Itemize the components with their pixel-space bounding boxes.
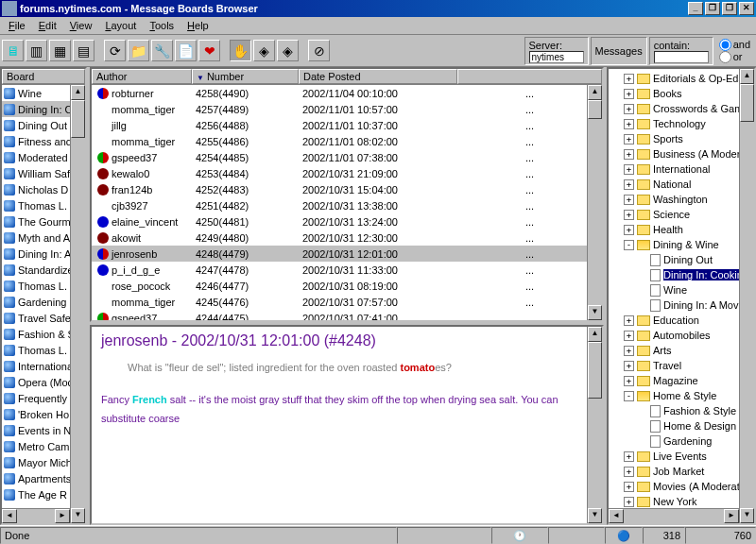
view3-icon[interactable]: ▤ <box>73 40 94 61</box>
date-header[interactable]: Date Posted <box>299 69 457 84</box>
expander-icon[interactable]: + <box>624 346 634 356</box>
author-header[interactable]: Author <box>92 69 192 84</box>
expander-icon[interactable]: + <box>624 467 634 477</box>
message-row[interactable]: cjb39274251(4482)2002/10/31 13:38:00... <box>92 197 602 213</box>
tree-item[interactable]: +Sports <box>610 131 754 146</box>
and-radio[interactable]: and <box>719 39 750 51</box>
tree-item[interactable]: -Home & Style <box>610 388 754 403</box>
menu-tools[interactable]: Tools <box>143 18 180 33</box>
message-row[interactable]: gspeed374254(4485)2002/11/01 07:38:00... <box>92 149 602 165</box>
tree-item[interactable]: Dining In: Cooking <box>610 267 754 282</box>
message-row[interactable]: robturner4258(4490)2002/11/04 00:10:00..… <box>92 85 602 101</box>
expander-icon[interactable]: + <box>624 210 634 220</box>
message-row[interactable]: rose_pocock4246(4477)2002/10/31 08:19:00… <box>92 278 602 294</box>
board-hscroll[interactable]: ◄► <box>2 508 70 523</box>
hand-icon[interactable]: ✋ <box>230 40 251 61</box>
message-row[interactable]: elaine_vincent4250(4481)2002/10/31 13:24… <box>92 213 602 230</box>
spare-header[interactable] <box>457 69 602 84</box>
board-header[interactable]: Board <box>2 69 85 84</box>
expander-icon[interactable]: + <box>624 497 634 507</box>
expander-icon[interactable]: + <box>624 376 634 386</box>
tree-item[interactable]: +Health <box>610 222 754 237</box>
message-row[interactable]: jillg4256(4488)2002/11/01 10:37:00... <box>92 117 602 133</box>
tree-item[interactable]: Dining In: A Move <box>610 298 754 313</box>
tree-item[interactable]: +Live Events <box>610 449 754 464</box>
contain-input[interactable] <box>654 51 709 63</box>
tree-item[interactable]: +Automobiles <box>610 328 754 343</box>
tree-item[interactable]: Home & Design <box>610 418 754 434</box>
tree-item[interactable]: Wine <box>610 282 754 298</box>
tree-vscroll[interactable]: ▲▼ <box>739 69 754 523</box>
tree-item[interactable]: +Crosswords & Games <box>610 101 754 116</box>
message-row[interactable]: p_i_d_g_e4247(4478)2002/10/31 11:33:00..… <box>92 262 602 278</box>
expander-icon[interactable]: + <box>624 361 634 371</box>
expander-icon[interactable]: + <box>624 104 634 114</box>
message-row[interactable]: kewalo04253(4484)2002/10/31 21:09:00... <box>92 165 602 181</box>
expander-icon[interactable]: + <box>624 331 634 341</box>
menu-file[interactable]: File <box>2 18 32 33</box>
menu-view[interactable]: View <box>63 18 99 33</box>
menu-layout[interactable]: Layout <box>98 18 143 33</box>
refresh-icon[interactable]: ⟳ <box>104 40 126 61</box>
tree-item[interactable]: +Washington <box>610 192 754 207</box>
tree-item[interactable]: +New York <box>610 494 754 509</box>
tree-item[interactable]: +National <box>610 177 754 192</box>
menu-help[interactable]: Help <box>180 18 215 33</box>
tree-item[interactable]: +Editorials & Op-Eds <box>610 71 754 86</box>
expander-icon[interactable]: + <box>624 482 634 492</box>
tree-item[interactable]: +Job Market <box>610 464 754 479</box>
tree-item[interactable]: +Magazine <box>610 373 754 388</box>
copy-icon[interactable]: 📄 <box>175 40 197 61</box>
tool1-icon[interactable]: 🔧 <box>151 40 173 61</box>
tree-item[interactable]: +Technology <box>610 116 754 131</box>
expander-icon[interactable]: + <box>624 179 634 190</box>
expander-icon[interactable]: + <box>624 225 634 235</box>
tree-item[interactable]: Dining Out <box>610 252 754 267</box>
message-row[interactable]: momma_tiger4255(4486)2002/11/01 08:02:00… <box>92 133 602 149</box>
tree-item[interactable]: +Movies (A Moderated A <box>610 479 754 494</box>
expander-icon[interactable]: - <box>624 240 634 250</box>
open-icon[interactable]: 📁 <box>128 40 149 61</box>
tree-item[interactable]: +International <box>610 162 754 177</box>
prev-icon[interactable]: ◈ <box>253 40 275 61</box>
number-header[interactable]: ▼Number <box>192 69 299 84</box>
fav-icon[interactable]: ❤ <box>198 40 220 61</box>
restore-button[interactable]: ❐ <box>722 2 737 15</box>
tree-item[interactable]: Fashion & Style <box>610 403 754 418</box>
next-icon[interactable]: ◈ <box>277 40 299 61</box>
expander-icon[interactable]: + <box>624 164 634 175</box>
tree-item[interactable]: +Business (A Moderate <box>610 146 754 162</box>
message-row[interactable]: akowit4249(4480)2002/10/31 12:30:00... <box>92 230 602 246</box>
or-radio[interactable]: or <box>719 51 750 63</box>
expander-icon[interactable]: + <box>624 119 634 129</box>
message-row[interactable]: fran124b4252(4483)2002/10/31 15:04:00... <box>92 181 602 197</box>
view1-icon[interactable]: ▥ <box>26 40 47 61</box>
tree-item[interactable]: +Travel <box>610 358 754 373</box>
message-row[interactable]: jenrosenb4248(4479)2002/10/31 12:01:00..… <box>92 246 602 262</box>
message-row[interactable]: momma_tiger4245(4476)2002/10/31 07:57:00… <box>92 294 602 310</box>
server-input[interactable] <box>529 51 584 63</box>
stop-icon[interactable]: ⊘ <box>308 40 330 61</box>
tree-item[interactable]: Gardening <box>610 434 754 449</box>
tree-item[interactable]: +Science <box>610 207 754 222</box>
message-row[interactable]: momma_tiger4257(4489)2002/11/01 10:57:00… <box>92 101 602 117</box>
expander-icon[interactable]: - <box>624 391 634 401</box>
msg-vscroll[interactable]: ▲▼ <box>587 85 602 320</box>
minimize-button[interactable]: _ <box>688 2 703 15</box>
expander-icon[interactable]: + <box>624 195 634 205</box>
maximize-button[interactable]: ❐ <box>705 2 720 15</box>
board-vscroll[interactable]: ▲▼ <box>70 85 85 523</box>
view-vscroll[interactable]: ▲▼ <box>587 327 602 523</box>
expander-icon[interactable]: + <box>624 315 634 326</box>
expander-icon[interactable]: + <box>624 134 634 144</box>
tree-item[interactable]: +Books <box>610 86 754 101</box>
close-button[interactable]: ✕ <box>739 2 754 15</box>
expander-icon[interactable]: + <box>624 451 634 462</box>
expander-icon[interactable]: + <box>624 89 634 99</box>
tree-item[interactable]: +Education <box>610 313 754 328</box>
tree-hscroll[interactable]: ◄► <box>609 508 739 523</box>
tree-item[interactable]: +Arts <box>610 343 754 358</box>
expander-icon[interactable]: + <box>624 149 634 160</box>
menu-edit[interactable]: Edit <box>32 18 63 33</box>
message-row[interactable]: gspeed374244(4475)2002/10/31 07:41:00... <box>92 310 602 320</box>
